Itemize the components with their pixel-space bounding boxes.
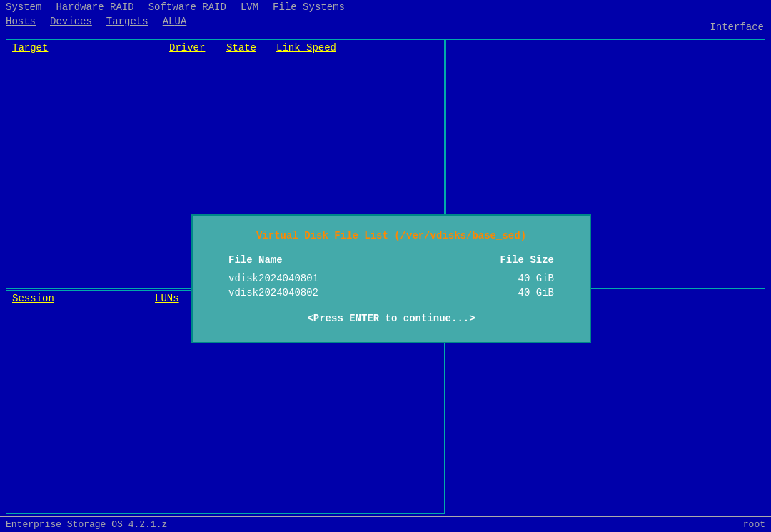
modal-filesize-2: 40 GiB [497, 287, 554, 298]
menu-hardware-raid[interactable]: Hardware RAID [56, 1, 133, 13]
modal-dialog: Virtual Disk File List (/ver/vdisks/base… [191, 214, 591, 343]
menu-system[interactable]: System [6, 1, 41, 13]
modal-row-1: vdisk2024040801 40 GiB [214, 271, 568, 286]
menu-lvm[interactable]: LVM [241, 1, 258, 13]
interface-label[interactable]: Interface [710, 21, 764, 33]
col-header-target[interactable]: Target [12, 42, 169, 54]
modal-footer[interactable]: <Press ENTER to continue...> [214, 313, 568, 324]
menu-devices[interactable]: Devices [50, 16, 92, 27]
status-left: Enterprise Storage OS 4.2.1.z [6, 519, 167, 530]
menu-targets[interactable]: Targets [106, 16, 148, 27]
menu-software-raid[interactable]: Software RAID [148, 1, 226, 13]
modal-row-2: vdisk2024040802 40 GiB [214, 286, 568, 300]
modal-filename-2: vdisk2024040802 [228, 287, 497, 298]
status-bar: Enterprise Storage OS 4.2.1.z root [0, 516, 771, 532]
col-header-linkspeed[interactable]: Link Speed [276, 42, 348, 54]
status-right: root [743, 519, 765, 530]
col-header-session[interactable]: Session [12, 293, 155, 304]
menu-hosts[interactable]: Hosts [6, 16, 36, 27]
modal-title: Virtual Disk File List (/ver/vdisks/base… [214, 230, 568, 241]
col-header-driver[interactable]: Driver [169, 42, 226, 54]
modal-filesize-1: 40 GiB [497, 273, 554, 284]
menu-alua[interactable]: ALUA [163, 16, 187, 27]
modal-filename-1: vdisk2024040801 [228, 273, 497, 284]
menu-filesystems[interactable]: File Systems [273, 1, 345, 13]
modal-col-filename: File Name [228, 254, 497, 266]
col-header-state[interactable]: State [226, 42, 276, 54]
modal-col-filesize: File Size [497, 254, 554, 266]
